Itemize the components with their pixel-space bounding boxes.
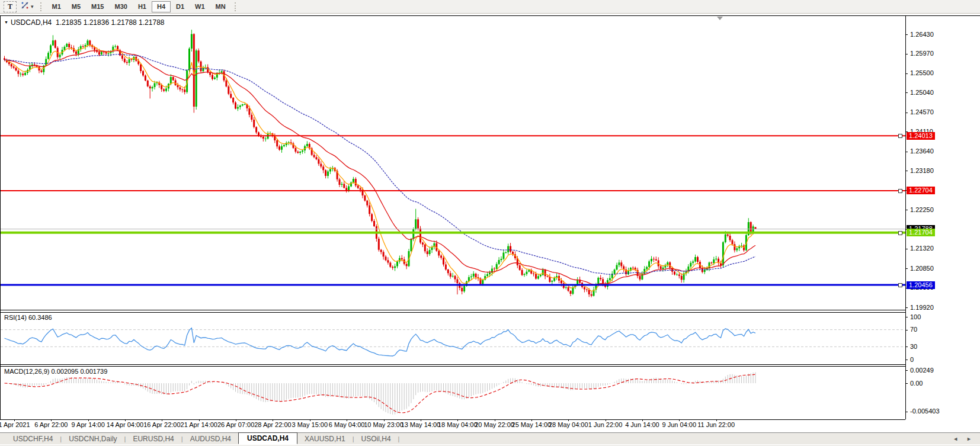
symbol-tab-usdcnh-daily[interactable]: USDCNH,Daily: [62, 433, 124, 444]
price-axis-label: 1.23640: [910, 147, 934, 155]
horizontal-price-lines[interactable]: [1, 136, 905, 285]
chart-tabs-bar: USDCHF,H4|USDCNH,Daily|EURUSD,H4|AUDUSD,…: [0, 432, 980, 444]
price-line-badge: 1.20456: [907, 281, 935, 289]
price-axis-label: 1.20850: [910, 265, 934, 272]
axis-tick: [905, 412, 908, 412]
rsi-indicator: [1, 328, 905, 356]
symbol-tab-audusd-h4[interactable]: AUDUSD,H4: [183, 433, 238, 444]
price-line-badge: 1.21704: [907, 229, 935, 236]
timeframe-button-m1[interactable]: M1: [47, 1, 66, 12]
price-axis[interactable]: 1.264301.259701.255001.250401.245701.241…: [905, 15, 980, 310]
line-handle[interactable]: [898, 231, 902, 235]
axis-tick: [905, 73, 908, 74]
axis-tick: [905, 113, 908, 113]
symbol-tab-usdcad-h4[interactable]: USDCAD,H4: [238, 432, 297, 444]
pane-separator: [0, 312, 905, 313]
axis-tick: [905, 210, 908, 210]
timeframe-button-h4[interactable]: H4: [152, 1, 171, 12]
price-axis-label: 1.24570: [910, 108, 934, 115]
rsi-axis-label: 70: [910, 326, 917, 333]
axis-tick: [905, 307, 908, 308]
price-axis-label: 1.26430: [910, 31, 934, 38]
text-tool-button[interactable]: T: [4, 1, 17, 12]
rsi-axis[interactable]: 10070300: [905, 310, 980, 364]
macd-axis-label: 0.00: [910, 380, 923, 387]
line-handle[interactable]: [898, 134, 902, 138]
axis-tick: [905, 249, 908, 249]
draw-tools-button[interactable]: ▾: [19, 1, 35, 12]
price-axis-label: 1.25040: [910, 89, 934, 96]
timeframe-button-w1[interactable]: W1: [190, 1, 210, 12]
tab-separator: |: [398, 435, 400, 442]
macd-axis-label: -0.005403: [910, 408, 940, 415]
chevron-down-icon: ▾: [31, 4, 34, 9]
timeframe-button-h1[interactable]: H1: [133, 1, 152, 12]
time-axis-label: 11 Jun 22:00: [690, 421, 743, 428]
chart-title: ▼USDCAD,H4 1.21835 1.21836 1.21788 1.217…: [4, 18, 164, 27]
axis-tick: [905, 92, 908, 93]
axis-tick: [905, 370, 908, 371]
axis-tick: [905, 54, 908, 54]
timeframe-button-m5[interactable]: M5: [66, 1, 86, 12]
symbol-label: USDCAD,H4: [11, 18, 52, 27]
symbol-tab-eurusd-h4[interactable]: EURUSD,H4: [126, 433, 181, 444]
price-line-badge: 1.22704: [907, 187, 935, 194]
axis-tick: [905, 34, 908, 35]
candlestick-series: [4, 30, 757, 297]
axis-tick: [905, 171, 908, 171]
macd-axis-label: 0.00249: [910, 367, 934, 374]
timeframe-button-d1[interactable]: D1: [171, 1, 190, 12]
rsi-title: RSI(14) 60.3486: [4, 314, 52, 321]
axis-tick: [905, 268, 908, 269]
chart-tools-icon: [20, 1, 30, 12]
timeframe-toolbar: M1M5M15M30H1H4D1W1MN: [47, 1, 231, 12]
timeframe-button-mn[interactable]: MN: [210, 1, 231, 12]
time-axis[interactable]: 1 Apr 20216 Apr 22:009 Apr 14:0014 Apr 0…: [0, 419, 905, 430]
line-handle[interactable]: [898, 189, 902, 193]
mt4-window: T ▾ M1M5M15M30H1H4D1W1MN: [0, 0, 980, 446]
axis-tick: [905, 346, 908, 347]
chart-shift-icon[interactable]: [717, 17, 723, 20]
pane-separator: [0, 366, 905, 367]
rsi-axis-label: 30: [910, 343, 917, 350]
rsi-axis-label: 0: [910, 356, 914, 363]
tabs-list: USDCHF,H4|USDCNH,Daily|EURUSD,H4|AUDUSD,…: [0, 433, 953, 444]
symbol-tab-usoil-h4[interactable]: USOil,H4: [354, 433, 398, 444]
symbol-dropdown-icon[interactable]: ▼: [4, 20, 8, 24]
line-handle[interactable]: [898, 283, 902, 287]
axis-tick: [905, 317, 908, 317]
price-axis-label: 1.22250: [910, 206, 934, 213]
tab-scroll-right-button[interactable]: ►: [966, 436, 972, 442]
ohlc-values: 1.21835 1.21836 1.21788 1.21788: [56, 18, 165, 27]
price-axis-label: 1.21320: [910, 245, 934, 252]
tab-scroll-left-button[interactable]: ◄: [953, 436, 958, 442]
toolbar-separator: [40, 2, 43, 11]
axis-tick: [905, 360, 908, 360]
timeframe-button-m30[interactable]: M30: [110, 1, 133, 12]
symbol-tab-usdchf-h4[interactable]: USDCHF,H4: [6, 433, 60, 444]
price-axis-label: 1.23180: [910, 167, 934, 174]
tab-scroll-arrows: ◄ ►: [953, 436, 980, 442]
pane-separator: [0, 310, 905, 310]
toolbar-separator: [235, 2, 238, 11]
axis-tick: [905, 152, 908, 152]
chart-border: [0, 15, 980, 16]
chart-window[interactable]: ▼USDCAD,H4 1.21835 1.21836 1.21788 1.217…: [0, 15, 980, 430]
macd-indicator: [5, 373, 756, 415]
timeframe-button-m15[interactable]: M15: [86, 1, 109, 12]
macd-title: MACD(12,26,9) 0.002095 0.001739: [4, 368, 107, 375]
pane-separator: [0, 364, 905, 365]
macd-axis[interactable]: 0.002490.00-0.005403: [905, 364, 980, 419]
axis-tick: [905, 330, 908, 331]
symbol-tab-xauusd-h1[interactable]: XAUUSD,H1: [297, 433, 353, 444]
axis-tick: [905, 383, 908, 384]
rsi-axis-label: 100: [910, 313, 921, 320]
price-line-badge: 1.24013: [907, 132, 935, 140]
price-axis-label: 1.25500: [910, 69, 934, 76]
price-axis-label: 1.25970: [910, 50, 934, 57]
chart-canvas: [0, 15, 980, 446]
toolbar: T ▾ M1M5M15M30H1H4D1W1MN: [0, 0, 980, 14]
chart-border: [0, 15, 1, 419]
